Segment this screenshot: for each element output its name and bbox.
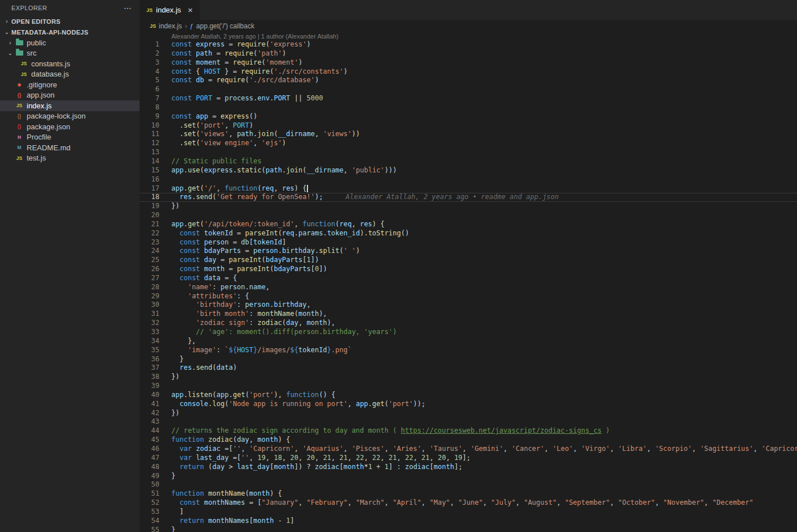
code-line[interactable]: 30 'birthday': person.birthday, xyxy=(140,301,797,310)
code-line[interactable]: 37 res.send(data) xyxy=(140,364,797,373)
code-line[interactable]: 32 'zodiac sign': zodiac(day, month), xyxy=(140,319,797,328)
token-p: , xyxy=(364,454,372,462)
tree-item-public[interactable]: ›public xyxy=(0,37,140,48)
code-line[interactable]: 40app.listen(app.get('port'), function()… xyxy=(140,391,797,400)
tree-item-README.md[interactable]: MREADME.md xyxy=(0,142,140,153)
comment-link[interactable]: https://coursesweb.net/javascript/zodiac… xyxy=(401,427,602,434)
code-line[interactable]: 39 xyxy=(140,382,797,391)
code-line[interactable]: 18 res.send('Get ready for OpenSea!');Al… xyxy=(140,193,797,202)
code-line[interactable]: 8 xyxy=(140,103,797,112)
code-line[interactable]: 54 return monthNames[month - 1] xyxy=(140,517,797,526)
code-line[interactable]: 47 var last_day =['', 19, 18, 20, 20, 21… xyxy=(140,454,797,463)
code-line[interactable]: 45function zodiac(day, month) { xyxy=(140,436,797,445)
code-line[interactable]: 20 xyxy=(140,211,797,220)
code-line[interactable]: 10 .set('port', PORT) xyxy=(140,121,797,130)
token-p: , xyxy=(315,130,323,138)
line-number: 43 xyxy=(140,417,159,427)
explorer-header: EXPLORER ⋯ xyxy=(0,0,140,16)
code-line[interactable]: 42}) xyxy=(140,409,797,418)
code-line[interactable]: 5const db = require('./src/database') xyxy=(140,76,797,85)
code-line[interactable]: 23 const person = db[tokenId] xyxy=(140,238,797,247)
code-line[interactable]: 11 .set('views', path.join(__dirname, 'v… xyxy=(140,130,797,139)
breadcrumb-file[interactable]: index.js xyxy=(159,22,182,30)
tree-item-Procfile[interactable]: HProcfile xyxy=(0,132,140,143)
code-line[interactable]: 50 xyxy=(140,480,797,489)
code-line[interactable]: 12 .set('view engine', 'ejs') xyxy=(140,139,797,148)
code-line[interactable]: 13 xyxy=(140,148,797,157)
open-editors-section[interactable]: › OPEN EDITORS xyxy=(0,16,140,27)
code-line[interactable]: 51function monthName(month) { xyxy=(140,489,797,499)
code-line[interactable]: 53 ] xyxy=(140,508,797,517)
code-line[interactable]: 3const moment = require('moment') xyxy=(140,58,797,67)
tree-item-.gitignore[interactable]: ◆.gitignore xyxy=(0,79,140,90)
token-p: ( xyxy=(212,391,216,399)
code-line[interactable]: 38}) xyxy=(140,373,797,382)
code-line[interactable]: 2const path = require('path') xyxy=(140,49,797,58)
code-line[interactable]: 14// Static public files xyxy=(140,157,797,166)
code-line[interactable]: 44// returns the zodiac sign according t… xyxy=(140,427,797,436)
token-p: , xyxy=(274,184,282,192)
code-line[interactable]: 9const app = express() xyxy=(140,112,797,121)
more-actions-icon[interactable]: ⋯ xyxy=(124,3,132,12)
token-p: } xyxy=(171,526,175,532)
code-line[interactable]: 17app.get('/', function(req, res) { xyxy=(140,184,797,193)
token-kw: const xyxy=(179,238,200,246)
code-line[interactable]: 6 xyxy=(140,85,797,94)
token-p: = xyxy=(221,58,233,66)
code-line[interactable]: 27 const data = { xyxy=(140,274,797,283)
code-line[interactable]: 52 const monthNames = ["January", "Febru… xyxy=(140,499,797,508)
tree-item-test.js[interactable]: JStest.js xyxy=(0,153,140,164)
code-line[interactable]: 28 'name': person.name, xyxy=(140,283,797,292)
tree-item-src[interactable]: ⌄src xyxy=(0,48,140,59)
code-line[interactable]: 19}) xyxy=(140,202,797,211)
line-number: 2 xyxy=(140,49,159,58)
token-v: res xyxy=(360,220,372,228)
tree-item-constants.js[interactable]: JSconstants.js xyxy=(0,58,140,69)
tab-index-js[interactable]: JS index.js × xyxy=(140,0,200,20)
tree-item-package.json[interactable]: {}package.json xyxy=(0,121,140,132)
code-line[interactable]: 43 xyxy=(140,417,797,427)
chevron-down-icon[interactable]: ⌄ xyxy=(6,50,15,56)
code-line[interactable]: 16 xyxy=(140,175,797,184)
line-number: 32 xyxy=(140,319,159,328)
code-line[interactable]: 26 const month = parseInt(bdayParts[0]) xyxy=(140,265,797,274)
code-line[interactable]: 33 // 'age': moment().diff(person.birthd… xyxy=(140,328,797,337)
code-line[interactable]: 48 return (day > last_day[month]) ? zodi… xyxy=(140,463,797,472)
code-line[interactable]: 31 'birth month': monthName(month), xyxy=(140,310,797,319)
code-editor[interactable]: Alexander Atallah, 2 years ago | 1 autho… xyxy=(140,32,797,532)
token-n: 20 xyxy=(306,454,314,462)
chevron-down-icon: ⌄ xyxy=(2,29,11,35)
code-line[interactable]: 15app.use(express.static(path.join(__dir… xyxy=(140,166,797,175)
code-line[interactable]: 36 } xyxy=(140,355,797,364)
code-line[interactable]: 25 const day = parseInt(bdayParts[1]) xyxy=(140,256,797,265)
token-v: tokenId xyxy=(298,346,327,354)
gitlens-authorship[interactable]: Alexander Atallah, 2 years ago | 1 autho… xyxy=(140,32,797,40)
code-line[interactable]: 21app.get('/api/token/:token_id', functi… xyxy=(140,220,797,229)
code-line[interactable]: 22 const tokenId = parseInt(req.params.t… xyxy=(140,229,797,238)
code-line[interactable]: 55} xyxy=(140,526,797,532)
token-kw: const xyxy=(179,247,200,255)
tree-item-package-lock.json[interactable]: {}package-lock.json xyxy=(0,111,140,122)
token-p: , xyxy=(344,445,352,453)
code-line[interactable]: 4const { HOST } = require('./src/constan… xyxy=(140,67,797,77)
token-p: ( xyxy=(200,184,204,192)
code-line[interactable]: 1const express = require('express') xyxy=(140,40,797,49)
code-line[interactable]: 35 'image': `${HOST}/images/${tokenId}.p… xyxy=(140,346,797,355)
code-line[interactable]: 41 console.log('Node app is running on p… xyxy=(140,400,797,409)
token-p: ( xyxy=(212,193,216,201)
token-v: app xyxy=(171,166,184,174)
code-line[interactable]: 29 'attributes': { xyxy=(140,292,797,301)
workspace-section[interactable]: ⌄ METADATA-API-NODEJS xyxy=(0,27,140,37)
file-type-icon: JS xyxy=(15,154,24,163)
code-line[interactable]: 49} xyxy=(140,472,797,481)
breadcrumb-symbol[interactable]: app.get('/') callback xyxy=(196,22,255,30)
close-icon[interactable]: × xyxy=(188,6,193,14)
chevron-right-icon[interactable]: › xyxy=(6,40,15,46)
code-line[interactable]: 34 }, xyxy=(140,337,797,346)
code-line[interactable]: 7const PORT = process.env.PORT || 5000 xyxy=(140,94,797,103)
tree-item-database.js[interactable]: JSdatabase.js xyxy=(0,69,140,80)
code-line[interactable]: 24 const bdayParts = person.birthday.spl… xyxy=(140,247,797,256)
tree-item-index.js[interactable]: JSindex.js xyxy=(0,100,140,111)
tree-item-app.json[interactable]: {}app.json xyxy=(0,90,140,101)
code-line[interactable]: 46 var zodiac =['', 'Capricorn', 'Aquari… xyxy=(140,445,797,454)
